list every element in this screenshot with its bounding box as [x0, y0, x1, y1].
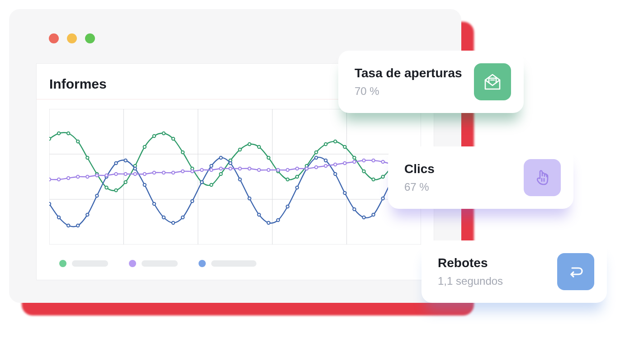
svg-point-121: [372, 159, 374, 162]
svg-point-28: [248, 143, 251, 146]
svg-point-101: [181, 170, 184, 173]
svg-point-117: [334, 163, 336, 166]
legend-label-placeholder: [211, 260, 256, 267]
svg-point-65: [219, 156, 222, 159]
svg-point-10: [76, 140, 79, 143]
svg-point-69: [257, 213, 260, 216]
svg-point-67: [238, 178, 241, 181]
svg-point-108: [248, 167, 251, 170]
line-chart: [49, 109, 421, 245]
svg-point-100: [172, 171, 175, 174]
svg-point-19: [162, 132, 165, 135]
window-close-icon[interactable]: [49, 33, 59, 43]
svg-point-106: [229, 167, 232, 170]
envelope-open-icon: [474, 63, 511, 100]
svg-point-64: [210, 165, 213, 167]
svg-point-118: [343, 162, 346, 165]
svg-point-60: [172, 221, 175, 224]
svg-point-107: [238, 167, 241, 170]
svg-point-95: [124, 173, 127, 175]
svg-point-29: [257, 146, 260, 148]
svg-point-89: [67, 177, 70, 179]
svg-point-17: [143, 146, 146, 148]
legend-dot-icon: [129, 260, 136, 267]
svg-point-112: [286, 169, 289, 171]
svg-point-55: [124, 159, 127, 162]
chart-legend: [59, 260, 256, 267]
svg-point-27: [238, 148, 241, 151]
svg-point-11: [86, 156, 89, 159]
window-zoom-icon[interactable]: [85, 33, 95, 43]
svg-point-7: [49, 137, 51, 140]
svg-point-119: [353, 160, 355, 163]
svg-point-8: [57, 132, 60, 135]
metric-text: Clics 67 %: [404, 162, 435, 193]
svg-point-9: [67, 132, 70, 135]
svg-point-103: [200, 169, 203, 171]
svg-point-93: [105, 174, 108, 177]
window-minimize-icon[interactable]: [67, 33, 77, 43]
svg-point-94: [114, 173, 117, 175]
svg-point-13: [105, 186, 108, 189]
svg-point-66: [229, 162, 232, 165]
metric-card-bounce[interactable]: Rebotes 1,1 segundos: [421, 240, 607, 303]
svg-point-77: [334, 173, 336, 175]
metric-heading: Clics: [404, 162, 435, 176]
svg-point-73: [296, 186, 298, 189]
legend-item-rebotes: [199, 260, 256, 267]
svg-point-96: [133, 173, 136, 175]
svg-point-63: [200, 181, 203, 184]
svg-point-76: [324, 159, 327, 162]
metric-value: 70 %: [355, 85, 462, 98]
svg-point-15: [124, 181, 127, 184]
svg-point-18: [153, 135, 156, 137]
svg-point-87: [49, 178, 51, 181]
legend-item-clics: [129, 260, 178, 267]
svg-point-38: [343, 146, 346, 148]
svg-point-41: [372, 178, 374, 181]
svg-point-62: [191, 200, 194, 202]
svg-point-24: [210, 184, 213, 186]
chart: [49, 109, 421, 245]
svg-point-21: [181, 151, 184, 154]
pointer-icon: [524, 159, 561, 196]
legend-label-placeholder: [142, 260, 178, 267]
svg-point-14: [114, 189, 117, 192]
svg-point-97: [143, 173, 146, 175]
svg-point-39: [353, 156, 355, 159]
metric-heading: Rebotes: [438, 256, 503, 270]
svg-point-81: [372, 213, 374, 216]
svg-point-113: [296, 167, 298, 170]
svg-point-20: [172, 137, 175, 140]
svg-point-30: [267, 156, 270, 159]
svg-point-99: [162, 171, 165, 174]
svg-point-47: [49, 202, 51, 205]
svg-point-52: [95, 194, 98, 197]
svg-point-111: [277, 169, 279, 171]
svg-point-72: [286, 205, 289, 208]
metric-value: 1,1 segundos: [438, 275, 503, 287]
metric-card-clicks[interactable]: Clics 67 %: [388, 146, 573, 209]
svg-point-49: [67, 224, 70, 227]
svg-point-56: [133, 167, 136, 170]
return-icon: [557, 253, 594, 290]
svg-point-116: [324, 165, 327, 167]
svg-point-105: [219, 167, 222, 170]
svg-point-82: [381, 197, 384, 200]
svg-point-75: [315, 156, 317, 159]
metric-text: Rebotes 1,1 segundos: [438, 256, 503, 287]
svg-point-70: [267, 221, 270, 224]
metric-card-open-rate[interactable]: Tasa de aperturas 70 %: [338, 51, 524, 113]
svg-point-88: [57, 178, 60, 181]
svg-point-32: [286, 178, 289, 181]
svg-point-114: [305, 167, 308, 170]
svg-point-122: [381, 160, 384, 163]
svg-point-79: [353, 208, 355, 211]
svg-point-50: [76, 224, 79, 227]
svg-point-68: [248, 197, 251, 200]
window-controls: [49, 33, 95, 43]
svg-point-104: [210, 169, 213, 171]
svg-point-115: [315, 166, 317, 169]
svg-point-110: [267, 169, 270, 171]
svg-point-54: [114, 162, 117, 165]
